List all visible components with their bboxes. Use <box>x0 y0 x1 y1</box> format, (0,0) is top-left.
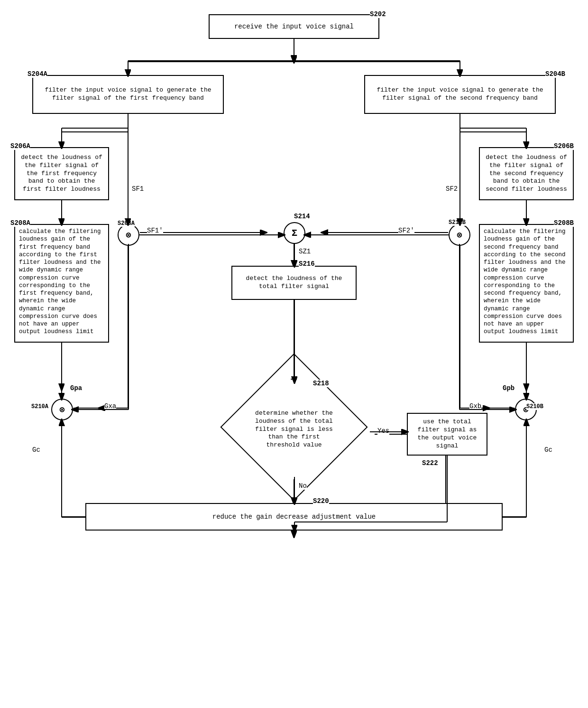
S206B-box: detect the loudness of the filter signal… <box>479 147 574 200</box>
S212A-label: S208A <box>118 219 135 227</box>
S206B-text: detect the loudness of the filter signal… <box>484 154 569 194</box>
S204A-text: filter the input voice signal to generat… <box>37 86 219 102</box>
Gxb-label: Gxb <box>469 402 481 410</box>
yes-label: Yes <box>377 427 389 435</box>
S208A-label-tag: S208A <box>10 219 30 227</box>
S204A-box: filter the input voice signal to generat… <box>32 75 224 114</box>
S220-box: reduce the gain decrease adjustment valu… <box>85 503 503 531</box>
S208A-text: calculate the filtering loudness gain of… <box>19 228 104 336</box>
S214-sigma: Σ <box>284 222 305 244</box>
S210A-circle: ⊗ <box>51 399 73 420</box>
S218-label: S218 <box>313 380 329 387</box>
S222-label: S222 <box>422 459 438 467</box>
S206A-box: detect the loudness of the filter signal… <box>14 147 109 200</box>
S214-label: S214 <box>294 213 310 220</box>
S220-text: reduce the gain decrease adjustment valu… <box>212 512 376 521</box>
S222-box: use the total filter signal as the outpu… <box>407 413 487 456</box>
S218-diamond: determine whether the loudness of the to… <box>218 380 370 479</box>
S212B-label: S212B <box>449 219 466 226</box>
S220-label: S220 <box>313 497 329 505</box>
SF1p-label: SF1' <box>147 227 163 234</box>
S210A-label: S210A <box>31 403 48 410</box>
S210B-label: S210B <box>526 403 543 410</box>
S204B-box: filter the input voice signal to generat… <box>364 75 556 114</box>
S212A-circle: ⊗ <box>118 224 139 246</box>
S206B-label: S206B <box>554 142 574 150</box>
S202-label: S202 <box>370 10 386 18</box>
S204B-label: S204B <box>545 70 565 78</box>
Gpa-label: Gpa <box>70 384 82 392</box>
S222-text: use the total filter signal as the outpu… <box>412 418 483 450</box>
S202-box: receive the input voice signal <box>209 14 379 39</box>
SF1-label: SF1 <box>132 185 144 193</box>
SF2p-label: SF2' <box>398 227 414 234</box>
SZ1-label: SZ1 <box>299 248 311 255</box>
Gxa-label: Gxa <box>104 402 116 410</box>
S216-text: detect the loudness of the total filter … <box>236 275 352 291</box>
S204A-label: S204A <box>28 70 47 78</box>
Gc-left-label: Gc <box>32 446 40 454</box>
S218-text: determine whether the loudness of the to… <box>255 410 333 449</box>
S204B-text: filter the input voice signal to generat… <box>369 86 551 102</box>
S208A-box: calculate the filtering loudness gain of… <box>14 224 109 343</box>
S212B-circle: ⊗ <box>449 224 470 246</box>
S216-box: detect the loudness of the total filter … <box>231 266 357 300</box>
S206A-text: detect the loudness of the filter signal… <box>19 154 104 194</box>
Gc-right-label: Gc <box>544 446 552 454</box>
S216-label: S216 <box>299 260 315 268</box>
S206A-label: S206A <box>10 142 30 150</box>
SF2-label: SF2 <box>446 185 458 193</box>
diagram: receive the input voice signal S202 filt… <box>0 0 588 708</box>
S208B-box: calculate the filtering loudness gain of… <box>479 224 574 343</box>
S208B-text: calculate the filtering loudness gain of… <box>484 228 569 336</box>
no-label: No <box>299 482 307 490</box>
S202-text: receive the input voice signal <box>234 22 354 31</box>
Gpb-label: Gpb <box>503 384 514 392</box>
S208B-label-tag: S208B <box>554 219 574 227</box>
